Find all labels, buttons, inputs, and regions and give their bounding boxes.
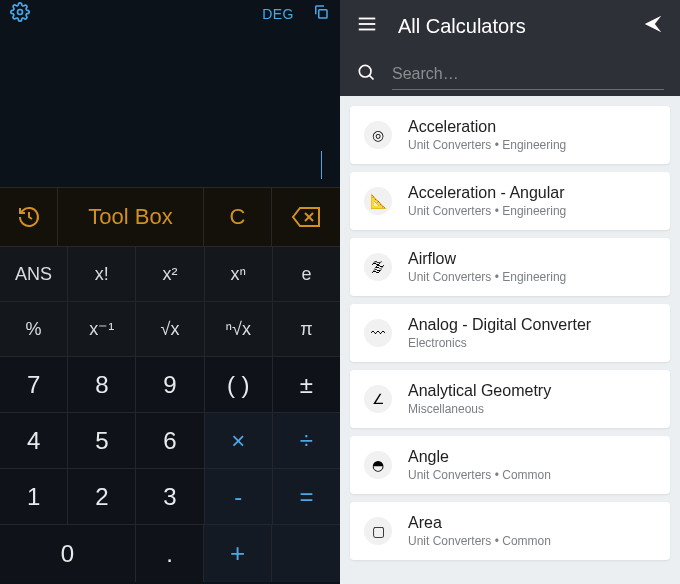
fn-row-2: % x⁻¹ √x ⁿ√x π xyxy=(0,302,340,357)
item-icon: 🌫 xyxy=(364,253,392,281)
equals-key-bottom[interactable] xyxy=(272,525,340,582)
nroot-key[interactable]: ⁿ√x xyxy=(205,302,273,356)
e-key[interactable]: e xyxy=(273,247,340,301)
clear-button[interactable]: C xyxy=(204,188,272,246)
settings-icon[interactable] xyxy=(10,2,30,26)
copy-icon[interactable] xyxy=(312,3,330,25)
item-subtitle: Unit Converters • Engineering xyxy=(408,138,566,152)
item-title: Analog - Digital Converter xyxy=(408,316,591,334)
item-subtitle: Unit Converters • Engineering xyxy=(408,270,566,284)
key-1[interactable]: 1 xyxy=(0,469,68,524)
list-item[interactable]: 📐 Acceleration - AngularUnit Converters … xyxy=(350,172,670,230)
pi-key[interactable]: π xyxy=(273,302,340,356)
item-subtitle: Unit Converters • Common xyxy=(408,534,551,548)
num-row-123: 1 2 3 - = xyxy=(0,469,340,525)
divide-key[interactable]: ÷ xyxy=(273,413,340,468)
paren-key[interactable]: ( ) xyxy=(205,357,273,412)
menu-icon[interactable] xyxy=(356,13,378,39)
item-title: Acceleration - Angular xyxy=(408,184,566,202)
square-key[interactable]: x² xyxy=(136,247,204,301)
list-item[interactable]: ▢ AreaUnit Converters • Common xyxy=(350,502,670,560)
list-item[interactable]: 〰 Analog - Digital ConverterElectronics xyxy=(350,304,670,362)
item-subtitle: Electronics xyxy=(408,336,591,350)
item-icon: ◓ xyxy=(364,451,392,479)
num-row-789: 7 8 9 ( ) ± xyxy=(0,357,340,413)
item-icon: ▢ xyxy=(364,517,392,545)
inverse-key[interactable]: x⁻¹ xyxy=(68,302,136,356)
item-icon: 📐 xyxy=(364,187,392,215)
item-title: Area xyxy=(408,514,551,532)
list-item[interactable]: ∠ Analytical GeometryMiscellaneous xyxy=(350,370,670,428)
ans-key[interactable]: ANS xyxy=(0,247,68,301)
toolbar-row: Tool Box C xyxy=(0,188,340,247)
num-row-0: 0 . + xyxy=(0,525,340,582)
item-title: Airflow xyxy=(408,250,566,268)
list-header: All Calculators xyxy=(340,0,680,52)
svg-point-7 xyxy=(359,65,371,77)
svg-rect-1 xyxy=(319,10,327,18)
backspace-button[interactable] xyxy=(272,188,340,246)
item-icon: ∠ xyxy=(364,385,392,413)
calculators-panel: All Calculators ◎ AccelerationUnit Conve… xyxy=(340,0,680,584)
key-2[interactable]: 2 xyxy=(68,469,136,524)
calc-display[interactable] xyxy=(0,28,340,188)
cursor xyxy=(321,151,322,179)
key-0[interactable]: 0 xyxy=(0,525,136,582)
item-subtitle: Miscellaneous xyxy=(408,402,551,416)
key-5[interactable]: 5 xyxy=(68,413,136,468)
key-8[interactable]: 8 xyxy=(68,357,136,412)
multiply-key[interactable]: × xyxy=(205,413,273,468)
equals-key[interactable]: = xyxy=(273,469,340,524)
status-right: DEG xyxy=(262,3,330,25)
page-title: All Calculators xyxy=(398,15,622,38)
item-title: Acceleration xyxy=(408,118,566,136)
key-3[interactable]: 3 xyxy=(136,469,204,524)
sqrt-key[interactable]: √x xyxy=(136,302,204,356)
item-icon: 〰 xyxy=(364,319,392,347)
power-key[interactable]: xⁿ xyxy=(205,247,273,301)
svg-line-8 xyxy=(369,75,373,79)
calculator-panel: DEG Tool Box C ANS x! x² xⁿ e % x⁻¹ √x ⁿ… xyxy=(0,0,340,584)
plusminus-key[interactable]: ± xyxy=(273,357,340,412)
item-title: Angle xyxy=(408,448,551,466)
history-button[interactable] xyxy=(0,188,58,246)
decimal-key[interactable]: . xyxy=(136,525,204,582)
item-subtitle: Unit Converters • Common xyxy=(408,468,551,482)
fn-row-1: ANS x! x² xⁿ e xyxy=(0,247,340,302)
item-subtitle: Unit Converters • Engineering xyxy=(408,204,566,218)
list-item[interactable]: ◓ AngleUnit Converters • Common xyxy=(350,436,670,494)
search-input[interactable] xyxy=(392,59,664,90)
key-9[interactable]: 9 xyxy=(136,357,204,412)
percent-key[interactable]: % xyxy=(0,302,68,356)
svg-point-0 xyxy=(18,10,23,15)
list-item[interactable]: ◎ AccelerationUnit Converters • Engineer… xyxy=(350,106,670,164)
key-7[interactable]: 7 xyxy=(0,357,68,412)
subtract-key[interactable]: - xyxy=(205,469,273,524)
key-6[interactable]: 6 xyxy=(136,413,204,468)
share-icon[interactable] xyxy=(642,13,664,39)
num-row-456: 4 5 6 × ÷ xyxy=(0,413,340,469)
key-4[interactable]: 4 xyxy=(0,413,68,468)
item-icon: ◎ xyxy=(364,121,392,149)
add-key[interactable]: + xyxy=(204,525,272,582)
search-icon xyxy=(356,62,376,86)
toolbox-button[interactable]: Tool Box xyxy=(58,188,204,246)
factorial-key[interactable]: x! xyxy=(68,247,136,301)
search-bar xyxy=(340,52,680,96)
calc-status-bar: DEG xyxy=(0,0,340,28)
angle-mode[interactable]: DEG xyxy=(262,6,294,22)
calculator-list[interactable]: ◎ AccelerationUnit Converters • Engineer… xyxy=(340,96,680,584)
item-title: Analytical Geometry xyxy=(408,382,551,400)
list-item[interactable]: 🌫 AirflowUnit Converters • Engineering xyxy=(350,238,670,296)
